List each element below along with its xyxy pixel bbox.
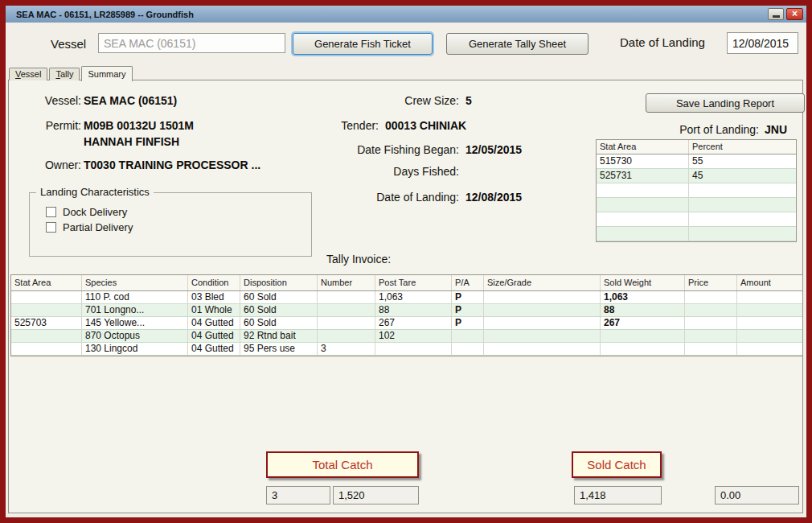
table-cell[interactable]: 04 Gutted [188, 317, 240, 329]
date-of-landing-input[interactable] [727, 32, 798, 54]
table-cell[interactable] [689, 183, 796, 197]
column-header[interactable]: Sold Weight [601, 275, 685, 290]
table-cell[interactable]: 267 [601, 317, 685, 329]
table-cell[interactable] [375, 343, 452, 355]
tab-summary[interactable]: Summary [81, 66, 132, 81]
close-button[interactable]: × [786, 8, 803, 20]
table-row[interactable] [597, 227, 796, 241]
table-row[interactable]: 52573145 [597, 169, 796, 183]
sold-catch-weight-field[interactable]: 1,418 [574, 486, 662, 504]
amount-field[interactable]: 0.00 [715, 486, 799, 504]
table-cell[interactable]: 55 [689, 154, 796, 168]
table-cell[interactable]: 525703 [11, 317, 82, 329]
column-header[interactable]: Condition [188, 275, 240, 290]
table-cell[interactable] [601, 343, 685, 355]
table-cell[interactable] [318, 317, 375, 329]
table-cell[interactable] [737, 317, 802, 329]
table-cell[interactable] [737, 330, 802, 342]
vessel-input[interactable] [98, 33, 285, 53]
table-cell[interactable] [11, 304, 82, 316]
table-cell[interactable] [11, 291, 82, 303]
partial-delivery-checkbox-row[interactable]: Partial Delivery [46, 220, 311, 235]
table-cell[interactable] [484, 343, 601, 355]
table-cell[interactable]: P [452, 304, 484, 316]
table-cell[interactable]: 110 P. cod [82, 291, 188, 303]
table-cell[interactable]: 102 [375, 330, 452, 342]
table-row[interactable] [597, 183, 796, 198]
table-cell[interactable]: 01 Whole [188, 304, 240, 316]
table-cell[interactable] [685, 291, 737, 303]
tab-tally[interactable]: Tally [49, 68, 80, 80]
total-catch-weight-field[interactable]: 1,520 [333, 486, 419, 504]
table-cell[interactable] [318, 330, 375, 342]
table-cell[interactable]: 95 Pers use [240, 343, 318, 355]
table-cell[interactable] [597, 183, 689, 197]
dock-delivery-checkbox-row[interactable]: Dock Delivery [46, 204, 311, 220]
table-row[interactable]: 701 Longno...01 Whole60 Sold88P88 [11, 304, 802, 317]
table-cell[interactable] [737, 304, 802, 316]
title-bar[interactable]: SEA MAC - 06151, LR285989 -- Groundfish … [6, 6, 806, 23]
table-cell[interactable] [452, 330, 484, 342]
table-cell[interactable]: 3 [318, 343, 375, 355]
column-header[interactable]: Size/Grade [484, 275, 601, 290]
table-cell[interactable]: P [452, 291, 484, 303]
table-cell[interactable] [318, 304, 375, 316]
table-cell[interactable]: 130 Lingcod [82, 343, 188, 355]
table-cell[interactable] [689, 198, 796, 212]
checkbox-icon[interactable] [46, 222, 56, 233]
column-header[interactable]: Disposition [240, 275, 318, 290]
table-row[interactable] [597, 212, 796, 227]
column-header[interactable]: Percent [689, 140, 796, 154]
table-cell[interactable] [597, 212, 689, 226]
table-cell[interactable] [484, 304, 601, 316]
tab-vessel[interactable]: Vessel [9, 68, 47, 80]
checkbox-icon[interactable] [46, 207, 56, 217]
table-cell[interactable] [484, 317, 601, 329]
table-row[interactable]: 51573055 [597, 154, 796, 169]
generate-tally-sheet-button[interactable]: Generate Tally Sheet [446, 33, 588, 55]
table-cell[interactable]: 60 Sold [240, 291, 318, 303]
table-cell[interactable] [11, 330, 82, 342]
table-row[interactable] [597, 198, 796, 212]
column-header[interactable]: Price [685, 275, 737, 290]
total-catch-number-field[interactable]: 3 [266, 486, 330, 504]
table-cell[interactable]: 60 Sold [240, 304, 318, 316]
table-cell[interactable] [737, 291, 802, 303]
table-cell[interactable] [484, 291, 601, 303]
table-cell[interactable] [685, 317, 737, 329]
column-header[interactable]: P/A [452, 275, 484, 290]
column-header[interactable]: Amount [737, 275, 802, 290]
table-cell[interactable]: 525731 [597, 169, 689, 183]
table-cell[interactable]: 515730 [597, 154, 689, 168]
table-cell[interactable] [484, 330, 601, 342]
table-cell[interactable]: 701 Longno... [82, 304, 188, 316]
table-row[interactable]: 130 Lingcod04 Gutted95 Pers use3 [11, 343, 802, 356]
table-cell[interactable] [737, 343, 802, 355]
table-cell[interactable] [318, 291, 375, 303]
table-cell[interactable] [597, 198, 689, 212]
table-cell[interactable]: 267 [375, 317, 452, 329]
table-row[interactable]: 870 Octopus04 Gutted92 Rtnd bait102 [11, 330, 802, 343]
minimize-button[interactable] [768, 8, 784, 20]
table-cell[interactable]: 1,063 [601, 291, 685, 303]
table-cell[interactable] [11, 343, 82, 355]
table-row[interactable]: 525703145 Yellowe...04 Gutted60 Sold267P… [11, 317, 802, 330]
table-cell[interactable]: 03 Bled [188, 291, 240, 303]
table-cell[interactable]: 45 [689, 169, 796, 183]
generate-fish-ticket-button[interactable]: Generate Fish Ticket [293, 33, 433, 55]
table-cell[interactable] [685, 304, 737, 316]
table-cell[interactable]: 60 Sold [240, 317, 318, 329]
table-cell[interactable]: 145 Yellowe... [82, 317, 188, 329]
table-cell[interactable]: 04 Gutted [188, 330, 240, 342]
table-cell[interactable]: 1,063 [375, 291, 452, 303]
table-cell[interactable] [689, 227, 796, 241]
table-cell[interactable] [689, 212, 796, 226]
table-cell[interactable] [597, 227, 689, 241]
table-cell[interactable] [685, 330, 737, 342]
table-cell[interactable]: 870 Octopus [82, 330, 188, 342]
column-header[interactable]: Species [82, 275, 188, 290]
column-header[interactable]: Stat Area [11, 275, 82, 290]
table-row[interactable]: 110 P. cod03 Bled60 Sold1,063P1,063 [11, 291, 802, 304]
table-cell[interactable] [452, 343, 484, 355]
table-cell[interactable] [685, 343, 737, 355]
